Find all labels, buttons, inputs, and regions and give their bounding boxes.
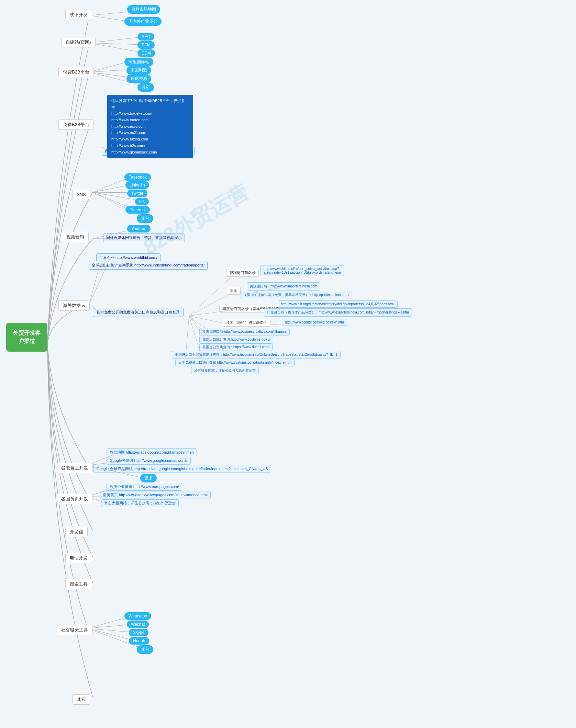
- node-paidb2b-4: 其它: [137, 83, 154, 92]
- branch-website: 自建站(官网): [61, 37, 96, 47]
- node-customs-lithuania: 立陶宛进口商 http://www.business-baltics.com/l…: [199, 328, 290, 335]
- node-offline-1: 目标市场地图: [127, 5, 160, 14]
- node-google-1: 谷歌地图 https://maps.google.com.hk/maps?hl=…: [107, 448, 197, 456]
- branch-openletter: 开发信: [65, 527, 88, 537]
- node-paidb2b-1: 阿里国际站: [124, 58, 153, 66]
- node-customs-usa: 美国: [227, 287, 241, 295]
- node-website-3: EDM: [137, 49, 155, 57]
- branch-customs: 海关数据 ∞: [58, 300, 90, 311]
- branch-phone: 电话开发: [65, 553, 92, 563]
- node-sns-4: Ins: [135, 198, 149, 205]
- node-customs-india-2: 印度进口商（模具体产品分类）：http://www.exportersindia…: [264, 308, 412, 317]
- branch-google: 谷歌自主开发: [57, 463, 92, 473]
- node-customs-usa-2: 美国海关提单查询（免费、提单非常完整）：http://portexaminer.…: [241, 291, 352, 299]
- node-customs-japan: 日本免费进出口统计数据 http://www.customs.go.jp/tou…: [175, 359, 295, 366]
- node-sns-2: Linkedin: [125, 181, 149, 189]
- node-sns-1: Facebook: [124, 173, 151, 181]
- node-video-1: Youtube: [127, 225, 151, 232]
- node-sns-5: Pinterest: [125, 206, 150, 214]
- branch-freeb2b: 免费B2B平台: [58, 120, 94, 130]
- node-google-3: Google 全球产品商机 http://translate.google.co…: [93, 465, 271, 473]
- branch-offline: 线下开发: [65, 10, 92, 20]
- branch-sns: SNS: [72, 190, 90, 199]
- node-customs-chile-url: http://www.chilnet.cl/rc/port_select_act…: [261, 265, 344, 276]
- watermark: 828外贸运营: [139, 179, 254, 261]
- node-customs-uk: 英国企业资质查询：https://www.duedil.com/: [199, 343, 273, 351]
- branch-video: 视频营销: [62, 232, 89, 242]
- node-yellow-2: 南美黄页 http://www.seekyellowpages.com/sout…: [100, 491, 211, 499]
- node-sns-3: Twitter: [127, 190, 147, 197]
- node-yellow-3: 其它大量网站，详见公众号：B2B外贸运营: [101, 499, 179, 507]
- node-customs-countries-url: http://www.ccpitdt.com/old/ggjksxh.htm: [282, 319, 347, 326]
- node-customs-countries: 各国（地区）进口商协会: [223, 319, 270, 327]
- freeb2b-content: 这里推荐下7个用得不错的B2B平台，仅供参考： http://www.trade…: [107, 95, 193, 158]
- node-customs-usa-1: 美国进口商：http://www.importersinusa.com: [247, 282, 320, 291]
- node-google-4: 更多: [140, 474, 157, 482]
- node-website-2: SEM: [137, 41, 155, 49]
- branch-other: 其它: [72, 694, 90, 705]
- node-sns-6: 其它: [137, 214, 153, 223]
- node-customs-2: 全球进出口统计查询系统 http://www.indexmundi.com/tr…: [89, 261, 208, 270]
- node-chat-4: Nonoh: [129, 637, 149, 645]
- node-customs-china: 中国进出口全球贸易统计查询：http://www.haiguan.info/On…: [172, 351, 341, 359]
- node-customs-india-1: http://www.niir.org/directory/directory/…: [278, 300, 398, 308]
- node-customs-chile: 智利进口商名录: [226, 269, 259, 277]
- node-customs-more: 还有很多网站，详见公众号:828外贸运营: [191, 367, 259, 374]
- branch-searchtools: 搜索工具: [65, 579, 92, 589]
- mind-map: 828外贸运营 外贸开发客户渠道 线下开发 目标市场地图 国内外行业展会 自建站…: [0, 0, 576, 728]
- branch-socialchat: 社交聊天工具: [57, 625, 92, 635]
- node-google-2: Google关键词 http://www.google.com/adwords: [107, 457, 191, 465]
- node-chat-1: Whatsapp: [124, 612, 151, 620]
- node-chat-3: Skype: [129, 629, 148, 636]
- central-node: 外贸开发客户渠道: [6, 323, 47, 352]
- node-chat-2: Wechat: [127, 621, 149, 628]
- node-video-2: 国外自媒体网红宣传、带货、直播等视频展示: [103, 234, 185, 242]
- node-paidb2b-2: 中国制造: [126, 66, 151, 75]
- node-customs-official: 官方免费公开的免费海关进口商信息和进口商名录: [93, 308, 184, 317]
- node-offline-2: 国内外行业展会: [124, 17, 162, 26]
- node-website-1: SEO: [137, 33, 154, 41]
- node-chat-5: 其它: [137, 645, 153, 654]
- branch-yellow: 各国黄页开发: [57, 494, 92, 504]
- branch-paidb2b: 付费B2B平台: [58, 67, 94, 77]
- node-paidb2b-3: 环球资源: [126, 75, 151, 83]
- node-customs-vietnam: 越南出口统计查询 http://www.customs.gov.vn: [199, 336, 274, 343]
- node-yellow-1: 欧美企业黄页 http://www.europages.com/: [107, 483, 182, 491]
